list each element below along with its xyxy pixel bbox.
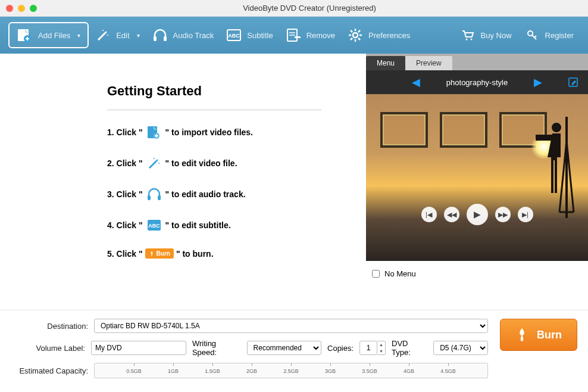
estimated-capacity-label: Estimated Capacity: [11,366,88,375]
subtitle-label: Subtitle [247,31,273,40]
svg-point-2 [105,32,107,33]
close-icon[interactable] [6,5,13,12]
prev-style-icon[interactable]: ◀ [412,76,420,89]
svg-line-21 [358,30,360,32]
capacity-bar: 0.5GB1GB1.5GB2GB2.5GB3GB3.5GB4GB4.5GB [94,363,488,378]
no-menu-checkbox[interactable] [372,270,380,278]
settings-panel: Destination: Optiarc BD RW BD-5740L 1.5A… [0,310,588,392]
getting-started-panel: Getting Started 1. Click " " to import v… [0,54,366,310]
capacity-tick-label: 3.5GB [362,368,377,374]
buy-now-label: Buy Now [481,31,512,40]
buy-now-button[interactable]: Buy Now [453,24,518,46]
capacity-tick-label: 4.5GB [440,368,456,374]
getting-started-title: Getting Started [107,83,342,99]
window-title: VideoByte DVD Creator (Unregistered) [37,4,582,13]
svg-line-18 [351,30,352,32]
divider [107,110,321,110]
svg-rect-12 [295,36,301,38]
writing-speed-label: Writing Speed: [192,339,241,357]
preview-tabs: Menu Preview [366,54,588,70]
destination-select[interactable]: Optiarc BD RW BD-5740L 1.5A [94,319,488,333]
headphones-icon [152,28,168,42]
add-files-button[interactable]: Add Files [8,22,89,48]
subtitle-icon: ABC [226,28,242,42]
step-4: 4. Click " ABC " to edit subtitle. [107,217,342,233]
register-label: Register [545,31,574,40]
remove-button[interactable]: Remove [279,24,341,46]
register-button[interactable]: Register [518,24,580,46]
photographer-silhouette [536,117,577,218]
svg-rect-32 [148,195,151,200]
svg-rect-37 [536,135,553,141]
gear-icon [347,28,364,42]
writing-speed-select[interactable]: Recommended [247,341,321,355]
svg-line-20 [351,38,352,40]
dvd-type-label: DVD Type: [392,339,427,357]
step-2: 2. Click " " to edit video file. [107,155,342,171]
svg-rect-33 [158,195,161,200]
window-controls [6,5,37,12]
tab-menu[interactable]: Menu [366,56,405,70]
titlebar: VideoByte DVD Creator (Unregistered) [0,0,588,17]
headphones-icon [145,186,163,202]
no-menu-label: No Menu [384,269,416,278]
burn-mini-button: Burn [145,248,174,259]
minimize-icon[interactable] [18,5,25,12]
svg-point-3 [107,35,108,36]
wand-icon [145,155,163,171]
remove-label: Remove [306,31,335,40]
svg-text:ABC: ABC [148,223,160,229]
skip-forward-icon[interactable]: ▶| [518,207,533,222]
thumbnail-frame[interactable] [440,112,487,148]
edit-button[interactable]: Edit [89,24,145,46]
capacity-tick-label: 3GB [325,368,336,374]
key-icon [524,28,540,42]
capacity-tick-label: 0.5GB [126,368,142,374]
maximize-icon[interactable] [30,5,37,12]
dvd-type-select[interactable]: D5 (4.7G) [433,341,488,355]
capacity-tick-label: 2GB [246,368,257,374]
style-selector: ◀ photography-style ▶ [366,70,588,94]
burn-button[interactable]: Burn [500,319,577,351]
edit-style-icon[interactable] [568,77,578,88]
svg-point-23 [470,39,472,41]
main-toolbar: Add Files Edit Audio Track ABC Subtitle … [0,17,588,54]
playback-controls: |◀ ◀◀ ▶ ▶▶ ▶| [421,207,533,225]
copies-input[interactable] [359,341,377,355]
svg-rect-6 [164,36,167,41]
svg-line-19 [358,38,360,40]
capacity-tick-label: 1GB [168,368,179,374]
capacity-tick-label: 4GB [404,368,414,374]
rewind-icon[interactable]: ◀◀ [444,207,459,222]
step-5: 5. Click " Burn " to burn. [107,248,342,259]
volume-label-input[interactable] [91,341,186,355]
subtitle-icon: ABC [145,217,163,233]
copies-spinner[interactable]: ▲▼ [377,341,386,355]
svg-point-22 [465,39,467,41]
menu-preview: |◀ ◀◀ ▶ ▶▶ ▶| [366,94,588,261]
forward-icon[interactable]: ▶▶ [495,207,511,222]
capacity-tick-label: 1.5GB [205,368,220,374]
burn-button-label: Burn [537,329,562,341]
add-file-icon [17,28,33,42]
add-file-icon [145,125,163,140]
next-style-icon[interactable]: ▶ [534,76,542,89]
style-name: photography-style [446,78,508,87]
edit-label: Edit [116,31,129,40]
copies-label: Copies: [327,344,354,353]
play-icon[interactable]: ▶ [467,204,488,225]
preferences-button[interactable]: Preferences [341,24,416,46]
svg-line-26 [534,36,536,38]
audio-track-button[interactable]: Audio Track [146,24,220,46]
subtitle-button[interactable]: ABC Subtitle [220,24,279,46]
audio-track-label: Audio Track [173,31,214,40]
svg-point-31 [154,158,155,159]
capacity-tick-label: 2.5GB [283,368,299,374]
svg-point-29 [156,160,158,161]
tab-preview[interactable]: Preview [405,56,452,70]
add-files-label: Add Files [38,31,70,40]
svg-point-30 [158,163,159,164]
skip-back-icon[interactable]: |◀ [421,207,437,222]
thumbnail-frame[interactable] [380,112,428,148]
svg-point-24 [528,31,533,36]
